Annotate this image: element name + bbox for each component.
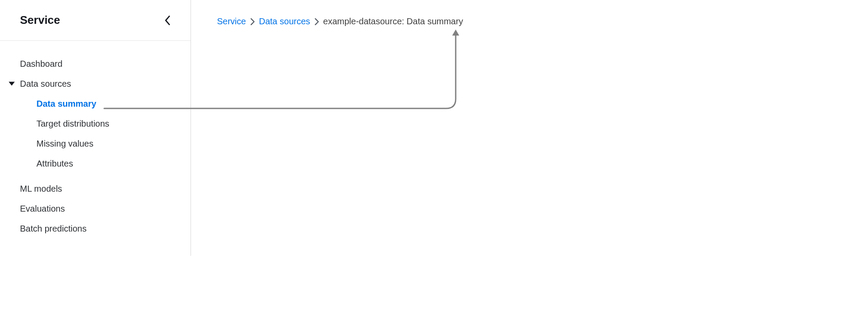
sidebar-item-data-summary[interactable]: Data summary: [16, 94, 191, 114]
sidebar-item-target-distributions[interactable]: Target distributions: [16, 114, 191, 134]
collapse-sidebar-button[interactable]: [162, 15, 173, 26]
chevron-right-icon: [315, 18, 319, 25]
sidebar-item-evaluations[interactable]: Evaluations: [0, 199, 191, 219]
caret-down-icon: [9, 82, 15, 86]
sidebar-item-attributes[interactable]: Attributes: [16, 154, 191, 173]
data-sources-subnav: Data summary Target distributions Missin…: [0, 94, 191, 173]
sidebar-title: Service: [20, 13, 60, 27]
sidebar-item-label: Data sources: [20, 79, 71, 88]
sidebar-header: Service: [0, 0, 191, 41]
breadcrumb: Service Data sources example-datasource:…: [217, 16, 463, 26]
chevron-right-icon: [250, 18, 255, 25]
sidebar-item-ml-models[interactable]: ML models: [0, 179, 191, 199]
sidebar: Service Dashboard Data sources Data summ…: [0, 0, 191, 256]
sidebar-item-missing-values[interactable]: Missing values: [16, 134, 191, 154]
sidebar-nav: Dashboard Data sources Data summary Targ…: [0, 41, 191, 239]
sidebar-item-dashboard[interactable]: Dashboard: [0, 54, 191, 74]
breadcrumb-service[interactable]: Service: [217, 16, 246, 26]
sidebar-item-data-sources[interactable]: Data sources: [0, 74, 191, 94]
sidebar-item-batch-predictions[interactable]: Batch predictions: [0, 219, 191, 239]
chevron-left-icon: [164, 16, 171, 25]
breadcrumb-data-sources[interactable]: Data sources: [259, 16, 310, 26]
breadcrumb-current: example-datasource: Data summary: [323, 16, 463, 26]
